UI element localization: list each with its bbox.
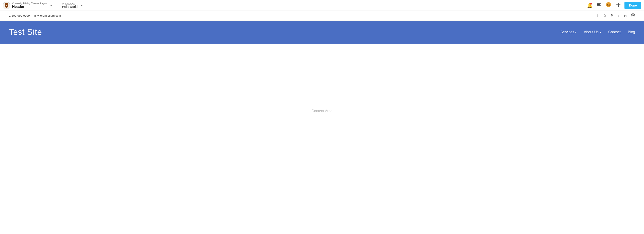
svg-point-9 xyxy=(6,5,7,5)
notification-dot xyxy=(590,3,592,5)
svg-text:y: y xyxy=(618,14,619,17)
toolbar: Currently Editing Themer Layout Header ▾… xyxy=(0,0,644,11)
svg-point-7 xyxy=(6,4,6,5)
toolbar-left: Currently Editing Themer Layout Header ▾ xyxy=(3,2,56,9)
site-title: Test Site xyxy=(9,28,42,37)
svg-rect-12 xyxy=(596,3,601,4)
svg-text:𝕏: 𝕏 xyxy=(604,14,606,17)
nav-item-about-us[interactable]: About Us ▾ xyxy=(584,30,601,34)
nav-label-services: Services xyxy=(560,30,574,34)
done-button[interactable]: Done xyxy=(624,2,641,9)
svg-text:f: f xyxy=(597,14,598,17)
svg-point-15 xyxy=(606,2,611,7)
email-address: hi@loremipsum.com xyxy=(34,14,61,17)
preview-col: Preview As: Hello world! xyxy=(62,2,78,9)
svg-rect-11 xyxy=(6,5,7,6)
preview-label: Preview As: xyxy=(62,2,78,5)
notifications-button[interactable]: 🔔 xyxy=(587,3,592,8)
contact-info: 1-800-999-9999 — hi@loremipsum.com xyxy=(9,14,61,17)
svg-rect-13 xyxy=(596,4,600,5)
separator: — xyxy=(30,14,34,17)
plus-icon xyxy=(616,2,621,7)
content-area-label: Content Area xyxy=(312,109,332,113)
content-area: Content Area xyxy=(0,44,644,178)
toolbar-title-block: Currently Editing Themer Layout Header xyxy=(12,2,48,9)
mascot-button[interactable] xyxy=(605,1,612,10)
nav-label-blog: Blog xyxy=(628,30,635,34)
svg-point-16 xyxy=(608,4,608,5)
nav-label-about-us: About Us xyxy=(584,30,599,34)
svg-point-3 xyxy=(5,3,6,4)
add-button[interactable] xyxy=(615,1,622,9)
nav-item-contact[interactable]: Contact xyxy=(608,30,621,34)
toolbar-subtitle: Currently Editing Themer Layout xyxy=(12,2,48,5)
linkedin-icon[interactable]: in xyxy=(624,14,628,18)
chevron-down-icon-about-us: ▾ xyxy=(600,31,601,34)
preview-block: Preview As: Hello world! ▾ xyxy=(60,2,85,9)
toolbar-title: Header xyxy=(12,5,48,9)
site-nav: Services ▾ About Us ▾ Contact Blog xyxy=(560,30,635,34)
svg-rect-10 xyxy=(6,5,6,6)
nav-item-services[interactable]: Services ▾ xyxy=(560,30,577,34)
site-header: Test Site Services ▾ About Us ▾ Contact … xyxy=(0,21,644,44)
svg-rect-14 xyxy=(596,6,601,6)
lines-icon xyxy=(596,2,601,7)
svg-text:G: G xyxy=(632,14,634,17)
toolbar-dropdown-button[interactable]: ▾ xyxy=(50,3,53,8)
svg-text:P: P xyxy=(611,14,613,17)
preview-dropdown-button[interactable]: ▾ xyxy=(80,3,84,8)
mascot-icon xyxy=(606,2,612,8)
svg-text:in: in xyxy=(624,14,626,17)
nav-item-blog[interactable]: Blog xyxy=(628,30,635,34)
pinterest-icon[interactable]: P xyxy=(611,14,614,18)
svg-point-8 xyxy=(7,4,7,5)
facebook-icon[interactable]: f xyxy=(597,14,601,18)
beaver-logo-icon xyxy=(3,2,10,9)
toolbar-divider xyxy=(58,2,58,9)
yelp-icon[interactable]: y xyxy=(618,14,621,18)
nav-label-contact: Contact xyxy=(608,30,621,34)
top-bar: 1-800-999-9999 — hi@loremipsum.com f 𝕏 P… xyxy=(0,11,644,21)
layout-lines-button[interactable] xyxy=(595,1,602,9)
twitter-icon[interactable]: 𝕏 xyxy=(604,14,608,18)
google-icon[interactable]: G xyxy=(631,13,635,18)
svg-point-17 xyxy=(609,4,610,5)
chevron-down-icon-services: ▾ xyxy=(575,31,577,34)
toolbar-right: 🔔 Done xyxy=(587,1,641,10)
svg-point-4 xyxy=(7,3,8,4)
social-icons: f 𝕏 P y in G xyxy=(597,13,635,18)
phone-number: 1-800-999-9999 xyxy=(9,14,30,17)
preview-value: Hello world! xyxy=(62,5,78,9)
